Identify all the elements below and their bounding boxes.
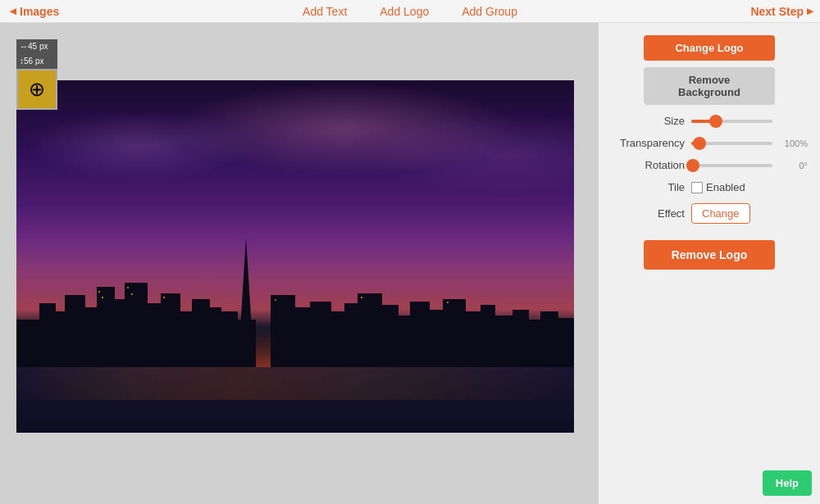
svg-rect-16 [236, 320, 256, 369]
svg-rect-22 [358, 293, 382, 369]
panel-buttons-top: Change Logo Remove Background [611, 35, 808, 105]
svg-rect-28 [464, 311, 482, 369]
add-group-link[interactable]: Add Group [462, 5, 517, 18]
back-button[interactable]: Images [0, 5, 69, 18]
remove-background-button[interactable]: Remove Background [644, 67, 775, 105]
tile-checkbox[interactable] [691, 182, 703, 193]
tile-enabled-text: Enabled [706, 181, 745, 193]
svg-rect-34 [557, 318, 574, 369]
add-logo-link[interactable]: Add Logo [380, 5, 429, 18]
remove-logo-button[interactable]: Remove Logo [644, 240, 775, 270]
svg-rect-4 [65, 295, 85, 369]
rotation-label: Rotation [611, 159, 685, 171]
svg-rect-2 [39, 303, 56, 369]
svg-rect-8 [125, 283, 148, 369]
help-button[interactable]: Help [763, 470, 812, 496]
canvas-area: ↔45 px ↕56 px ⊕ [0, 23, 599, 504]
effect-label: Effect [611, 207, 685, 220]
svg-rect-30 [494, 316, 514, 369]
size-slider-track [691, 120, 772, 123]
top-nav: Images Add Text Add Logo Add Group Next … [0, 0, 820, 23]
svg-rect-9 [146, 303, 162, 369]
svg-rect-26 [428, 310, 444, 369]
svg-rect-42 [447, 302, 449, 303]
svg-rect-1 [16, 320, 41, 369]
svg-rect-38 [131, 293, 133, 295]
svg-rect-36 [102, 297, 103, 298]
logo-overlay[interactable]: ↔45 px ↕56 px ⊕ [16, 39, 57, 110]
transparency-label: Transparency [611, 137, 685, 149]
svg-rect-24 [397, 316, 412, 369]
svg-rect-23 [380, 305, 399, 369]
svg-rect-35 [98, 291, 100, 293]
rotation-value: 0° [779, 161, 808, 170]
svg-rect-3 [54, 311, 66, 369]
tile-label: Tile [611, 181, 685, 193]
svg-rect-12 [192, 299, 210, 369]
svg-rect-13 [208, 307, 221, 369]
main-content: ↔45 px ↕56 px ⊕ [0, 23, 820, 504]
size-control-row: Size [611, 115, 808, 127]
svg-rect-25 [410, 302, 430, 369]
size-label: Size [611, 115, 685, 127]
nav-center: Add Text Add Logo Add Group [303, 5, 517, 18]
transparency-slider-container[interactable] [691, 142, 772, 145]
add-text-link[interactable]: Add Text [303, 5, 347, 18]
city-canvas [16, 80, 574, 433]
rotation-slider-track [691, 164, 772, 167]
city-silhouette [16, 205, 574, 369]
rotation-slider-thumb[interactable] [686, 159, 699, 172]
svg-rect-10 [161, 293, 180, 369]
rotation-slider-container[interactable] [691, 164, 772, 167]
svg-rect-31 [512, 310, 529, 369]
right-panel: Change Logo Remove Background Size Trans… [599, 23, 820, 504]
water-reflection [16, 367, 574, 400]
water-layer [16, 367, 574, 433]
tile-enabled-label[interactable]: Enabled [691, 181, 745, 193]
transparency-slider-thumb[interactable] [693, 137, 706, 150]
transparency-value: 100% [779, 138, 808, 148]
change-logo-button[interactable]: Change Logo [644, 35, 775, 61]
svg-rect-20 [330, 311, 346, 369]
svg-rect-37 [127, 287, 129, 288]
remove-logo-wrapper: Remove Logo [611, 234, 808, 270]
nav-right: Next Step [750, 5, 820, 18]
size-slider-container[interactable] [691, 120, 772, 123]
svg-rect-5 [84, 307, 98, 369]
svg-rect-17 [271, 295, 295, 369]
svg-rect-6 [97, 287, 115, 369]
tile-control-row: Tile Enabled [611, 181, 808, 193]
nav-left: Images [0, 5, 69, 18]
svg-rect-41 [361, 297, 362, 298]
svg-rect-40 [275, 299, 276, 301]
svg-rect-21 [344, 303, 359, 369]
svg-rect-39 [163, 297, 165, 298]
rotation-control-row: Rotation 0° [611, 159, 808, 171]
svg-rect-29 [481, 305, 495, 369]
logo-height-info: ↕56 px [16, 54, 57, 69]
svg-rect-15 [221, 311, 238, 369]
svg-rect-11 [179, 311, 194, 369]
size-slider-thumb[interactable] [709, 115, 722, 128]
svg-rect-19 [310, 302, 331, 369]
transparency-slider-track [691, 142, 772, 145]
next-step-button[interactable]: Next Step [750, 5, 813, 18]
svg-rect-33 [540, 311, 558, 369]
logo-width-info: ↔45 px [16, 39, 57, 54]
transparency-control-row: Transparency 100% [611, 137, 808, 149]
logo-icon: ⊕ [29, 78, 45, 101]
svg-rect-18 [294, 307, 312, 369]
effect-control-row: Effect Change [611, 203, 808, 224]
svg-rect-32 [527, 320, 542, 369]
svg-rect-7 [113, 299, 126, 369]
svg-rect-27 [443, 299, 466, 369]
logo-thumbnail[interactable]: ⊕ [16, 69, 57, 110]
change-effect-button[interactable]: Change [691, 203, 750, 224]
